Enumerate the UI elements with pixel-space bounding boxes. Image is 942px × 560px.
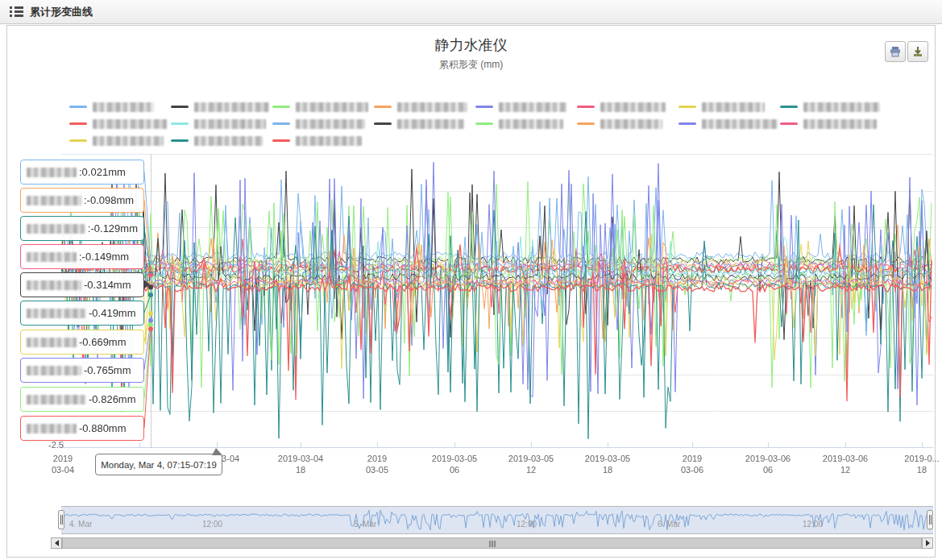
legend-item[interactable] [272, 115, 374, 132]
legend-label-redacted [194, 102, 269, 112]
download-button[interactable] [907, 41, 928, 62]
legend-item[interactable] [577, 115, 678, 132]
legend-line-marker [272, 122, 290, 125]
series-value: :-0.129mm [88, 222, 138, 234]
chart-card: 静力水准仪 累积形变 (mm) -2.5 201903-042019-03-04… [6, 25, 936, 558]
legend-line-marker [374, 122, 392, 125]
legend-label-redacted [803, 102, 880, 112]
legend-line-marker [171, 122, 189, 125]
legend-item[interactable] [577, 98, 678, 115]
navigator-tick-label: 12:00 [517, 520, 537, 529]
x-axis-tick-label: 201903-04 [52, 453, 74, 475]
legend-label-redacted [93, 119, 167, 129]
legend-item[interactable] [374, 115, 475, 132]
series-value: :0.021mm [79, 166, 126, 178]
series-value: -0.669mm [79, 336, 127, 348]
legend-item[interactable] [780, 98, 882, 115]
x-axis-tick-label: 2019-03-0606 [745, 453, 791, 475]
series-name-redacted [27, 366, 81, 375]
legend-line-marker [171, 106, 189, 108]
main-chart-plot[interactable] [61, 154, 933, 448]
legend-item[interactable] [171, 98, 272, 115]
legend-item[interactable] [678, 98, 780, 115]
legend-line-marker [69, 139, 87, 142]
legend-item[interactable] [374, 98, 475, 115]
scrollbar-thumb[interactable] [62, 537, 922, 549]
series-tooltip: :-0.149mm [20, 244, 144, 269]
navigator-tick-label: 5. Mar [354, 520, 376, 529]
series-value: :-0.149mm [79, 251, 129, 263]
legend-item[interactable] [678, 115, 780, 132]
chart-title: 静力水准仪 [7, 35, 935, 55]
scrollbar-grip [489, 541, 495, 547]
x-axis-tick-label: 201903-05 [366, 453, 388, 475]
legend-label-redacted [296, 119, 365, 129]
navigator-tick-label: 6. Mar [658, 520, 680, 529]
legend-line-marker [69, 106, 87, 108]
series-tooltip: -0.419mm [20, 301, 144, 326]
series-tooltip: -0.314mm [20, 272, 144, 297]
legend-label-redacted [600, 102, 666, 112]
scrollbar-left-button[interactable] [51, 537, 62, 549]
series-name-redacted [27, 196, 81, 205]
legend-label-redacted [194, 136, 263, 146]
legend-label-redacted [93, 102, 154, 112]
series-tooltip: -0.765mm [20, 358, 144, 383]
legend-item[interactable] [171, 115, 272, 132]
chart-subtitle: 累积形变 (mm) [7, 58, 935, 72]
x-axis-tick-label: 2019-03-0518 [585, 453, 630, 475]
series-value: :-0.098mm [84, 194, 134, 206]
legend-label-redacted [397, 119, 464, 129]
x-axis-tick-label: 2019-03-0612 [823, 453, 868, 475]
legend-item[interactable] [780, 115, 882, 132]
legend-item[interactable] [69, 98, 171, 115]
legend-label-redacted [397, 102, 467, 112]
series-value: -0.314mm [84, 279, 131, 291]
series-name-redacted [27, 280, 81, 290]
series-name-redacted [27, 252, 77, 262]
print-button[interactable] [885, 41, 906, 62]
legend-line-marker [678, 106, 696, 108]
list-icon[interactable] [10, 6, 23, 17]
series-tooltip: :-0.098mm [20, 188, 144, 213]
scrollbar-right-button[interactable] [922, 537, 933, 549]
legend-line-marker [171, 139, 189, 142]
series-tooltip: -0.669mm [20, 330, 144, 355]
navigator-left-handle[interactable] [58, 510, 64, 529]
x-axis-tick-label: 2019-03-0512 [508, 453, 554, 475]
download-icon [912, 46, 923, 57]
legend-line-marker [678, 122, 696, 125]
legend-line-marker [69, 122, 87, 125]
legend-label-redacted [93, 136, 164, 146]
legend [69, 98, 896, 149]
legend-item[interactable] [69, 115, 171, 132]
x-axis-tick-label: 2019-03-0506 [432, 453, 477, 475]
legend-line-marker [475, 122, 493, 125]
legend-item[interactable] [272, 98, 374, 115]
y-axis-label: -2.5 [28, 440, 64, 450]
legend-item[interactable] [272, 132, 374, 149]
legend-label-redacted [194, 119, 266, 129]
legend-line-marker [780, 122, 798, 125]
legend-line-marker [780, 106, 798, 108]
legend-line-marker [272, 106, 290, 108]
navigator-tick-label: 12:00 [202, 520, 222, 529]
x-axis-tick-label: 2019-03-0418 [278, 453, 323, 475]
series-tooltip: :-0.129mm [20, 216, 144, 241]
legend-label-redacted [296, 136, 362, 146]
legend-label-redacted [702, 102, 765, 112]
legend-item[interactable] [69, 132, 171, 149]
legend-item[interactable] [171, 132, 272, 149]
x-axis-tick-label: 201903-06 [681, 453, 703, 475]
series-value: -0.880mm [79, 422, 127, 434]
navigator-right-handle[interactable] [927, 510, 933, 529]
page-title: 累计形变曲线 [30, 5, 93, 19]
time-tooltip-text: Monday, Mar 4, 07:15-07:19 [101, 460, 217, 470]
printer-icon [890, 46, 901, 57]
legend-line-marker [272, 139, 290, 142]
series-name-redacted [27, 224, 85, 234]
navigator-tick-label: 4. Mar [69, 520, 92, 529]
legend-item[interactable] [475, 115, 577, 132]
x-axis-tick-label: 2019-0...18 [904, 453, 939, 475]
legend-item[interactable] [475, 98, 577, 115]
